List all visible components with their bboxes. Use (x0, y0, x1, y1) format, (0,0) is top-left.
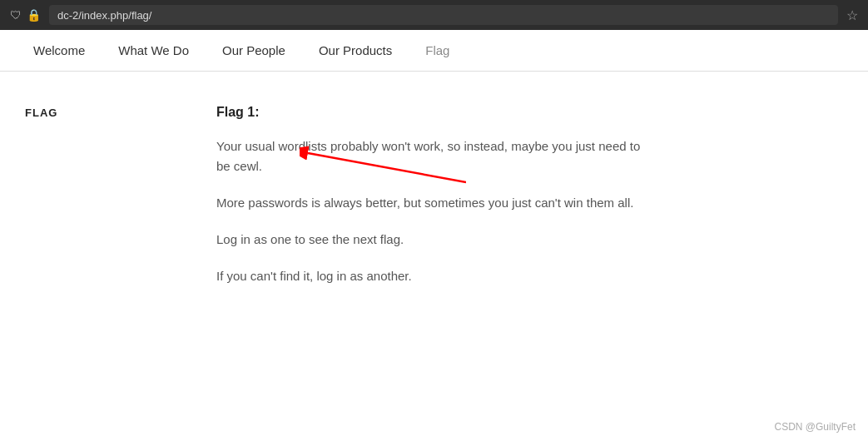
nav-item-our-people[interactable]: Our People (206, 32, 302, 69)
section-title: FLAG (25, 107, 57, 119)
flag-paragraph-4: If you can't find it, log in as another. (216, 266, 641, 286)
flag-paragraph-1-container: Your usual wordlists probably won't work… (216, 136, 843, 176)
flag-paragraph-1: Your usual wordlists probably won't work… (216, 136, 641, 176)
nav-item-what-we-do[interactable]: What We Do (102, 32, 206, 69)
flag-paragraph-3: Log in as one to see the next flag. (216, 230, 641, 250)
shield-icon: 🛡 (10, 8, 22, 22)
url-text: dc-2/index.php/flag/ (57, 9, 830, 22)
nav-bar: Welcome What We Do Our People Our Produc… (0, 30, 868, 72)
right-panel: Flag 1: Your usual wordlists probably wo… (191, 105, 843, 371)
nav-item-welcome[interactable]: Welcome (17, 32, 102, 69)
main-content: FLAG Flag 1: Your usual wordlists probab… (0, 72, 868, 404)
nav-item-our-products[interactable]: Our Products (302, 32, 409, 69)
flag-paragraph-2: More passwords is always better, but som… (216, 193, 641, 213)
left-panel: FLAG (25, 105, 191, 371)
browser-chrome: 🛡 🔒 dc-2/index.php/flag/ ☆ (0, 0, 868, 30)
lock-icon: 🔒 (27, 8, 41, 22)
bookmark-icon[interactable]: ☆ (846, 7, 858, 23)
address-bar[interactable]: dc-2/index.php/flag/ (49, 5, 838, 25)
flag-heading: Flag 1: (216, 105, 843, 120)
browser-security-icons: 🛡 🔒 (10, 8, 41, 22)
nav-item-flag[interactable]: Flag (409, 32, 466, 69)
